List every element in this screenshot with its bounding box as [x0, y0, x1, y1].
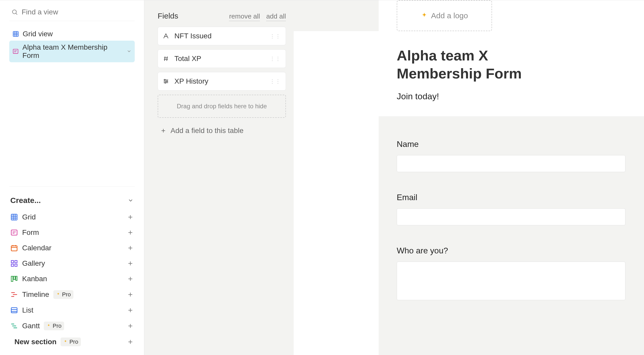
svg-rect-30 [11, 264, 14, 267]
drag-handle-icon[interactable]: ⋮⋮ [270, 33, 281, 39]
view-item-label: Alpha team X Membership Form [22, 43, 122, 60]
form-subtitle[interactable]: Join today! [397, 91, 626, 101]
create-item-label: Gantt [22, 322, 40, 330]
create-item-label: List [22, 306, 33, 314]
svg-rect-22 [11, 246, 17, 251]
svg-line-1 [16, 13, 17, 15]
svg-rect-7 [13, 49, 18, 54]
calendar-icon [10, 244, 18, 252]
field-card-total-xp[interactable]: Total XP ⋮⋮ [158, 49, 286, 68]
create-item-label: Calendar [22, 244, 52, 252]
field-label: NFT Issued [174, 32, 211, 40]
add-field-button[interactable]: Add a field to this table [158, 127, 286, 135]
svg-rect-35 [14, 276, 15, 280]
who-are-you-input[interactable] [397, 262, 625, 300]
plus-icon [127, 291, 134, 298]
create-item-kanban[interactable]: Kanban [9, 271, 135, 287]
svg-rect-17 [11, 230, 17, 235]
create-item-grid[interactable]: Grid [9, 209, 135, 225]
create-header-label: Create... [10, 196, 41, 205]
search-icon [11, 9, 18, 15]
drag-handle-icon[interactable]: ⋮⋮ [270, 56, 281, 62]
svg-rect-44 [11, 308, 17, 313]
create-item-label: Grid [22, 213, 36, 221]
sparkle-icon [56, 292, 61, 297]
create-item-label: Form [22, 228, 39, 237]
pro-label: Pro [53, 323, 61, 329]
hide-fields-dropzone[interactable]: Drag and drop fields here to hide [158, 95, 286, 118]
preview-gutter [294, 0, 379, 355]
views-sidebar: Grid view Alpha team X Membership Form C… [0, 0, 144, 355]
gallery-icon [10, 260, 18, 267]
svg-rect-10 [11, 214, 17, 220]
svg-rect-31 [15, 264, 17, 267]
form-icon [10, 229, 18, 236]
svg-rect-34 [11, 276, 13, 281]
add-logo-dropzone[interactable]: Add a logo [397, 0, 492, 31]
create-item-calendar[interactable]: Calendar [9, 240, 135, 256]
view-item-grid[interactable]: Grid view [9, 27, 135, 41]
number-field-icon [163, 55, 169, 62]
view-search[interactable] [9, 5, 135, 21]
form-title[interactable]: Alpha team X Membership Form [397, 47, 526, 83]
svg-point-0 [12, 10, 16, 14]
plus-icon [127, 276, 134, 282]
create-item-label: Timeline [22, 290, 49, 299]
svg-rect-2 [13, 31, 18, 37]
remove-all-link[interactable]: remove all [229, 12, 260, 21]
create-header[interactable]: Create... [9, 194, 135, 209]
svg-rect-28 [11, 261, 14, 263]
view-search-input[interactable] [22, 8, 133, 16]
plus-icon [160, 128, 166, 134]
view-item-form[interactable]: Alpha team X Membership Form [9, 41, 135, 62]
field-label: XP History [174, 77, 208, 85]
fields-title: Fields [158, 12, 178, 20]
form-question-who: Who are you? [397, 246, 626, 301]
create-item-new-section[interactable]: New section Pro [9, 334, 135, 350]
form-body: Name Email Who are you? [379, 116, 644, 355]
pro-badge: Pro [44, 322, 64, 330]
pro-label: Pro [62, 291, 71, 298]
timeline-icon [10, 291, 18, 298]
svg-point-65 [166, 81, 167, 82]
svg-rect-29 [15, 261, 17, 263]
grid-icon [10, 213, 18, 221]
chevron-down-icon [126, 47, 132, 56]
create-item-gallery[interactable]: Gallery [9, 256, 135, 271]
plus-icon [127, 260, 134, 267]
create-item-timeline[interactable]: Timeline Pro [9, 287, 135, 303]
sparkle-icon [46, 324, 51, 328]
grid-icon [12, 31, 19, 37]
plus-icon [127, 245, 134, 251]
gantt-icon [10, 322, 18, 330]
question-label: Email [397, 193, 626, 202]
plus-icon [127, 323, 134, 329]
create-item-label: Kanban [22, 275, 47, 283]
create-item-gantt[interactable]: Gantt Pro [9, 318, 135, 334]
field-card-nft-issued[interactable]: NFT Issued ⋮⋮ [158, 27, 286, 45]
add-field-label: Add a field to this table [171, 127, 243, 135]
form-preview: Add a logo Alpha team X Membership Form … [379, 0, 644, 355]
field-card-xp-history[interactable]: XP History ⋮⋮ [158, 72, 286, 91]
svg-rect-36 [16, 276, 17, 280]
pro-label: Pro [69, 339, 78, 345]
create-item-label: Gallery [22, 259, 45, 268]
settings-field-icon [163, 78, 169, 85]
create-item-form[interactable]: Form [9, 225, 135, 240]
email-input[interactable] [397, 208, 625, 225]
create-item-list[interactable]: List [9, 303, 135, 318]
create-section: Create... Grid Form Calendar Gallery [9, 187, 135, 350]
views-list: Grid view Alpha team X Membership Form [9, 27, 135, 62]
list-icon [10, 306, 18, 314]
fields-panel: Fields remove all add all NFT Issued ⋮⋮ … [144, 0, 294, 355]
add-all-link[interactable]: add all [266, 12, 286, 21]
name-input[interactable] [397, 155, 625, 172]
create-item-label: New section [14, 338, 56, 346]
form-question-name: Name [397, 139, 626, 172]
sparkle-icon [63, 340, 68, 344]
add-logo-label: Add a logo [431, 11, 468, 20]
pro-badge: Pro [53, 290, 73, 299]
plus-icon [127, 307, 134, 314]
kanban-icon [10, 275, 18, 283]
drag-handle-icon[interactable]: ⋮⋮ [270, 78, 281, 84]
